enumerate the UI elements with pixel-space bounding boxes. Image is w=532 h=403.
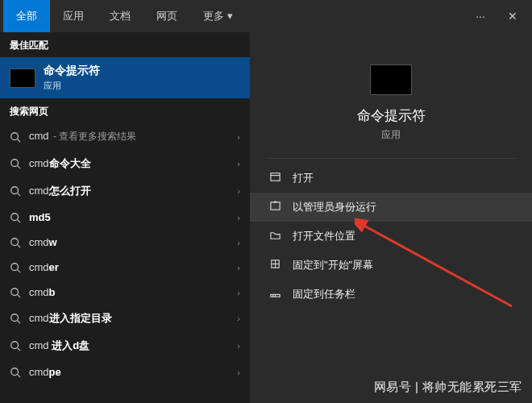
results-panel: 最佳匹配 命令提示符 应用 搜索网页 cmd - 查看更多搜索结果›cmd命令大… [0, 32, 250, 403]
tab-1[interactable]: 应用 [50, 0, 97, 32]
action-label: 以管理员身份运行 [293, 200, 376, 214]
svg-line-13 [18, 294, 21, 297]
chevron-right-icon: › [237, 314, 240, 323]
svg-line-3 [18, 166, 21, 169]
web-result-text: cmd 进入d盘 [29, 339, 89, 353]
search-icon [10, 313, 21, 324]
svg-line-5 [18, 193, 21, 197]
web-result-item[interactable]: cmd 进入d盘› [0, 332, 250, 359]
best-match-subtitle: 应用 [44, 80, 100, 92]
web-result-text: cmd - 查看更多搜索结果 [29, 130, 136, 143]
svg-line-11 [18, 269, 21, 272]
chevron-right-icon: › [237, 341, 240, 351]
action-pin-start[interactable]: 固定到"开始"屏幕 [250, 251, 532, 280]
web-result-item[interactable]: cmdb› [0, 280, 250, 305]
search-icon [10, 262, 21, 273]
svg-point-12 [11, 288, 19, 295]
search-icon [10, 212, 21, 223]
best-match-title: 命令提示符 [44, 64, 100, 78]
action-label: 固定到"开始"屏幕 [293, 258, 373, 272]
preview-title: 命令提示符 [357, 106, 426, 125]
open-location-icon [269, 229, 281, 243]
close-icon[interactable]: ✕ [497, 0, 529, 32]
web-result-text: md5 [29, 211, 51, 223]
svg-line-9 [18, 244, 21, 247]
chevron-right-icon: › [237, 159, 240, 168]
search-icon [10, 340, 21, 351]
search-icon [10, 131, 21, 143]
svg-line-17 [18, 348, 21, 351]
watermark-text: 网易号 | 将帅无能累死三军 [374, 380, 522, 395]
web-result-text: cmder [29, 261, 59, 273]
web-result-text: cmd进入指定目录 [29, 311, 112, 326]
search-icon [10, 287, 21, 298]
action-pin-taskbar[interactable]: 固定到任务栏 [250, 280, 532, 309]
actions-list: 打开以管理员身份运行打开文件位置固定到"开始"屏幕固定到任务栏 [250, 159, 532, 314]
run-admin-icon [269, 200, 281, 214]
action-open-location[interactable]: 打开文件位置 [250, 222, 532, 251]
action-label: 打开 [293, 171, 314, 185]
chevron-right-icon: › [237, 186, 240, 196]
open-icon [269, 171, 281, 185]
web-result-text: cmdb [29, 286, 56, 298]
svg-point-8 [11, 238, 19, 245]
web-result-item[interactable]: cmdw› [0, 230, 250, 255]
svg-point-6 [11, 213, 19, 220]
chevron-right-icon: › [237, 238, 240, 247]
best-match-item[interactable]: 命令提示符 应用 [0, 57, 250, 98]
tab-4[interactable]: 更多 ▾ [190, 0, 246, 32]
web-result-item[interactable]: cmdpe› [0, 359, 250, 384]
action-open[interactable]: 打开 [250, 164, 532, 193]
web-result-text: cmdw [29, 236, 57, 248]
svg-point-2 [11, 160, 19, 167]
svg-point-4 [11, 187, 19, 194]
search-icon [10, 367, 21, 378]
svg-point-16 [11, 342, 19, 349]
web-result-item[interactable]: cmd命令大全› [0, 150, 250, 177]
tab-2[interactable]: 文档 [97, 0, 143, 32]
web-result-text: cmd命令大全 [29, 156, 91, 171]
more-options-icon[interactable]: ··· [464, 0, 497, 32]
chevron-right-icon: › [237, 132, 240, 142]
chevron-right-icon: › [237, 213, 240, 222]
action-label: 打开文件位置 [293, 229, 355, 243]
svg-line-7 [18, 219, 21, 222]
action-label: 固定到任务栏 [293, 287, 355, 301]
filter-tabs: 全部应用文档网页更多 ▾ ··· ✕ [0, 0, 532, 32]
pin-start-icon [269, 258, 281, 272]
action-run-admin[interactable]: 以管理员身份运行 [250, 193, 532, 222]
svg-point-14 [11, 314, 19, 322]
search-icon [10, 158, 21, 169]
web-result-item[interactable]: cmd - 查看更多搜索结果› [0, 123, 250, 150]
best-match-header: 最佳匹配 [0, 32, 250, 57]
web-result-item[interactable]: cmder› [0, 255, 250, 280]
svg-line-19 [18, 374, 21, 377]
svg-point-10 [11, 263, 19, 270]
web-result-text: cmd怎么打开 [29, 184, 91, 198]
chevron-right-icon: › [237, 263, 240, 272]
svg-point-0 [11, 132, 19, 139]
preview-subtitle: 应用 [381, 128, 401, 142]
web-result-item[interactable]: cmd进入指定目录› [0, 305, 250, 332]
web-result-hint: - 查看更多搜索结果 [51, 131, 137, 142]
app-preview-icon [370, 64, 412, 95]
tab-3[interactable]: 网页 [143, 0, 190, 32]
svg-rect-20 [271, 173, 280, 181]
search-icon [10, 237, 21, 248]
svg-rect-22 [271, 202, 280, 210]
chevron-right-icon: › [237, 288, 240, 297]
search-window: 全部应用文档网页更多 ▾ ··· ✕ 最佳匹配 命令提示符 应用 搜索网页 cm… [0, 0, 532, 403]
preview-panel: 命令提示符 应用 打开以管理员身份运行打开文件位置固定到"开始"屏幕固定到任务栏… [250, 32, 532, 403]
web-result-text: cmdpe [29, 366, 61, 378]
pin-taskbar-icon [269, 287, 281, 301]
web-result-item[interactable]: md5› [0, 205, 250, 230]
web-result-item[interactable]: cmd怎么打开› [0, 177, 250, 205]
cmd-thumbnail-icon [10, 69, 35, 88]
svg-line-15 [18, 321, 21, 324]
svg-line-1 [18, 139, 21, 142]
tab-0[interactable]: 全部 [3, 0, 50, 32]
search-icon [10, 185, 21, 197]
chevron-right-icon: › [237, 368, 240, 377]
web-results-header: 搜索网页 [0, 98, 250, 123]
web-results-list: cmd - 查看更多搜索结果›cmd命令大全›cmd怎么打开›md5›cmdw›… [0, 123, 250, 384]
